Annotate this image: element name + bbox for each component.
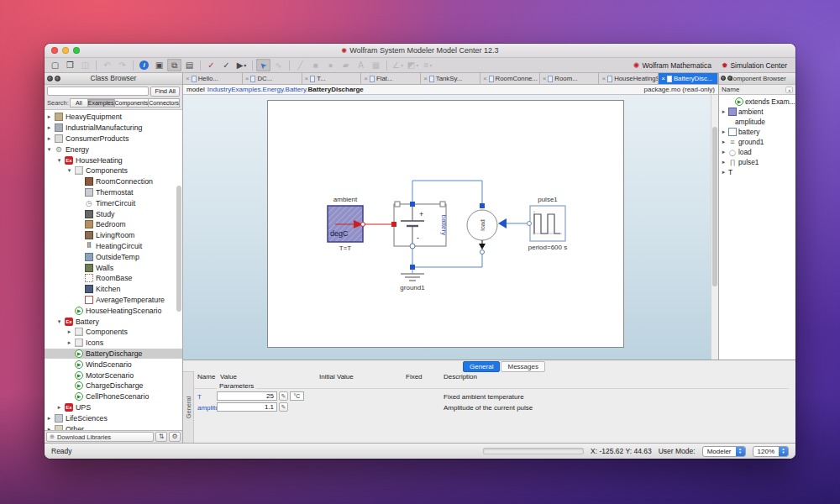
undo-button[interactable]: ↶ (100, 59, 114, 71)
class-tree-item[interactable]: Bedroom (45, 219, 182, 230)
general-tab[interactable]: General (463, 361, 500, 372)
close-tab-icon[interactable]: × (186, 75, 190, 82)
save-button[interactable]: ◫ (78, 59, 92, 71)
download-libraries-button[interactable]: ⊕ Download Libraries (46, 432, 154, 442)
component-tree-item[interactable]: load (719, 147, 795, 157)
class-tree-item[interactable]: MotorScenario (45, 370, 182, 381)
close-panel-button[interactable] (727, 76, 732, 81)
tab-hello[interactable]: × Hello... (183, 73, 243, 84)
expand-arrow-icon[interactable] (56, 157, 62, 164)
sort-ascending-icon[interactable]: ▴ (785, 87, 793, 93)
toolbar-separator[interactable] (197, 59, 203, 71)
browser-settings-button[interactable]: ⚙ (169, 432, 181, 442)
class-tree-item[interactable]: AverageTemperature (45, 295, 182, 306)
new-class-button[interactable]: ▢ (48, 59, 62, 71)
close-window-button[interactable] (51, 47, 58, 54)
simulation-center-button[interactable]: ✹Simulation Center (722, 61, 787, 70)
line-tool-button[interactable]: ╱ (293, 59, 307, 71)
class-tree-item[interactable]: ConsumerProducts (45, 134, 182, 144)
expand-arrow-icon[interactable] (46, 124, 52, 131)
tab-tanksy[interactable]: × TankSy... (421, 73, 480, 84)
load-component[interactable]: load (467, 203, 497, 255)
class-tree-item[interactable]: HeavyEquipment (45, 112, 182, 123)
fill-style-button[interactable]: ◩ (406, 59, 420, 71)
general-side-tab[interactable]: General (183, 371, 194, 443)
edit-value-button[interactable]: ✎ (279, 391, 288, 401)
class-tree-item[interactable]: ChargeDischarge (45, 381, 182, 391)
stepper-icon[interactable]: ▲▼ (736, 446, 745, 457)
filter-connectors[interactable]: Connectors (148, 98, 180, 108)
expand-arrow-icon[interactable] (721, 149, 727, 155)
ambient-component[interactable]: degC ambient T=T (328, 196, 365, 252)
ellipse-tool-button[interactable]: ● (323, 59, 338, 71)
class-info-button[interactable]: i (137, 59, 151, 71)
breadcrumb-path[interactable]: IndustryExamples.Energy.Battery. (207, 86, 308, 93)
tab-t[interactable]: × T... (302, 73, 362, 84)
connection-tool-button[interactable]: ∿ (271, 59, 286, 71)
bitmap-tool-button[interactable]: ▦ (369, 59, 383, 71)
parameter-value-input[interactable]: 1.1 (217, 402, 277, 412)
expand-arrow-icon[interactable] (721, 139, 727, 145)
battery-component[interactable]: + - battery (391, 202, 448, 249)
close-tab-icon[interactable]: × (483, 75, 487, 82)
close-tab-icon[interactable]: × (543, 75, 547, 82)
class-tree-item[interactable]: BatteryDischarge (45, 349, 182, 360)
documentation-view-button[interactable]: ▤ (182, 59, 197, 71)
redo-button[interactable]: ↷ (115, 59, 129, 71)
class-tree-item[interactable]: IndustrialManufacturing (45, 123, 182, 134)
toolbar-separator[interactable] (93, 59, 99, 71)
tab-batterydisc[interactable]: × BatteryDisc... (659, 73, 718, 84)
expand-arrow-icon[interactable] (721, 129, 727, 135)
class-tree-item[interactable]: HouseHeatingScenario (45, 305, 182, 316)
wolfram-mathematica-button[interactable]: ✺Wolfram Mathematica (633, 61, 711, 70)
user-mode-select[interactable]: Modeler ▲▼ (702, 446, 746, 457)
validate-class-button[interactable]: ✓ (204, 59, 218, 71)
toolbar-separator[interactable] (286, 59, 292, 71)
expand-arrow-icon[interactable] (66, 339, 72, 346)
expand-arrow-icon[interactable] (721, 159, 727, 165)
diagram-view-button[interactable]: ⧉ (167, 59, 181, 71)
component-browser-column-header[interactable]: Name ▴ (718, 85, 795, 95)
class-tree-item[interactable]: Components (45, 327, 182, 338)
expand-arrow-icon[interactable] (56, 404, 62, 411)
expand-arrow-icon[interactable] (66, 328, 72, 335)
polygon-tool-button[interactable]: ▰ (339, 59, 353, 71)
canvas-scrollbar[interactable] (711, 95, 718, 360)
tab-room[interactable]: × Room... (540, 73, 600, 84)
minimize-window-button[interactable] (62, 47, 69, 54)
text-tool-button[interactable]: A (354, 59, 368, 71)
expand-arrow-icon[interactable] (46, 135, 52, 142)
class-tree-scrollbar[interactable] (176, 186, 181, 312)
filter-components[interactable]: Components (114, 98, 150, 108)
diagram-canvas[interactable]: degC ambient T=T (183, 95, 718, 360)
component-tree-item[interactable]: extends Exam... (719, 97, 795, 107)
class-tree-item[interactable]: TimerCircuit (45, 197, 182, 208)
class-tree-item[interactable]: WindScenario (45, 359, 182, 370)
zoom-select[interactable]: 120% ▲▼ (753, 446, 789, 457)
expand-arrow-icon[interactable] (46, 146, 52, 153)
float-panel-button[interactable] (721, 76, 726, 81)
class-tree-item[interactable]: Energy (45, 144, 182, 155)
open-file-button[interactable]: ❒ (63, 59, 77, 71)
edit-value-button[interactable]: ✎ (279, 402, 288, 412)
class-tree-item[interactable]: Thermostat (45, 187, 182, 198)
class-search-input[interactable] (47, 87, 149, 96)
find-all-button[interactable]: Find All (150, 87, 180, 97)
component-tree-item[interactable]: battery (719, 127, 795, 137)
class-tree-item[interactable]: Other (45, 423, 182, 430)
wire-pulse-load[interactable] (498, 218, 528, 228)
component-tree-item[interactable]: ambient (719, 107, 795, 117)
pulse-component[interactable]: pulse1 period=600 s (528, 196, 568, 251)
dropdown-icon[interactable]: ▲▼ (779, 446, 788, 457)
check-model-button[interactable]: ✓ (219, 59, 234, 71)
class-tree-item[interactable]: Kitchen (45, 284, 182, 295)
tab-dc[interactable]: × DC... (243, 73, 302, 84)
component-tree-item[interactable]: pulse1 (719, 157, 795, 167)
close-tab-icon[interactable]: × (423, 75, 428, 82)
selection-tool-button[interactable]: ➤ (256, 59, 270, 71)
wire-battery-load-top[interactable] (412, 181, 482, 206)
class-tree-item[interactable]: Battery (45, 316, 182, 327)
expand-arrow-icon[interactable] (66, 167, 72, 174)
expand-arrow-icon[interactable] (46, 113, 52, 120)
zoom-window-button[interactable] (73, 47, 80, 54)
